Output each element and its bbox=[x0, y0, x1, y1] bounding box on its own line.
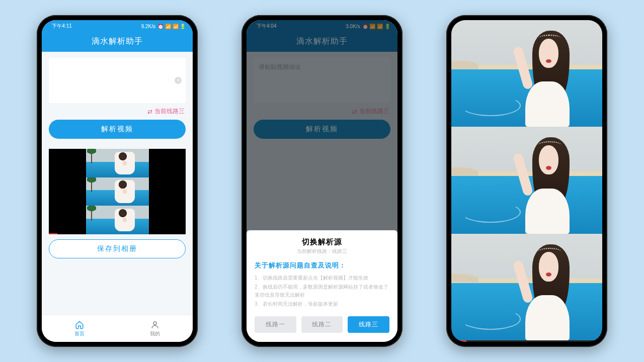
url-input[interactable]: × bbox=[49, 58, 186, 103]
video-thumbnails bbox=[86, 149, 149, 234]
phone-mock-1: 下午4:11 9.2K/s ⏰ 📶 📶 🔋 滴水解析助手 × ⇄ 当前线路三 解… bbox=[37, 15, 198, 347]
person bbox=[509, 242, 578, 340]
user-icon bbox=[150, 320, 160, 329]
screen: 下午4:04 3.0K/s ⏰ 📶 📶 🔋 滴水解析助手 请粘贴视频地址 ⇄ 当… bbox=[247, 20, 397, 342]
fullscreen-video[interactable] bbox=[451, 20, 602, 342]
video-frame-2 bbox=[451, 127, 602, 233]
status-icons: 9.2K/s ⏰ 📶 📶 🔋 bbox=[141, 24, 186, 29]
sheet-note-3: 3、若长时间无法解析，等新版本更新 bbox=[255, 300, 389, 308]
nav-mine-label: 我的 bbox=[150, 330, 160, 337]
sheet-title: 切换解析源 bbox=[255, 237, 389, 247]
video-frame-1 bbox=[451, 20, 602, 127]
route-sheet: 切换解析源 当前解析线路：线路三 关于解析源问题自查及说明： 1、切换线路后需要… bbox=[247, 230, 397, 342]
status-bar: 下午4:11 9.2K/s ⏰ 📶 📶 🔋 bbox=[42, 20, 193, 32]
person bbox=[509, 135, 578, 233]
video-frame-3 bbox=[451, 234, 602, 340]
nav-home-label: 首页 bbox=[74, 330, 85, 337]
person bbox=[509, 29, 578, 127]
sheet-heading: 关于解析源问题自查及说明： bbox=[255, 261, 389, 270]
thumb bbox=[86, 177, 149, 206]
status-time: 下午4:11 bbox=[52, 23, 71, 30]
phone-mock-3 bbox=[446, 15, 607, 347]
main-content: × ⇄ 当前线路三 解析视频 保存到相册 bbox=[42, 52, 193, 315]
video-progress[interactable] bbox=[49, 233, 57, 234]
svg-point-0 bbox=[153, 322, 156, 325]
nav-mine[interactable]: 我的 bbox=[117, 315, 193, 342]
parse-button[interactable]: 解析视频 bbox=[49, 120, 186, 139]
video-preview[interactable] bbox=[49, 149, 186, 234]
route-3-button[interactable]: 线路三 bbox=[348, 316, 389, 333]
sheet-note-1: 1、切换线路后需要重新点击【解析视频】才能生效 bbox=[255, 274, 389, 282]
sheet-note-2: 2、换线后仍不能用，多数原因是解析源网站挂了或者修改了某些信息导致无法解析 bbox=[255, 283, 389, 299]
clear-icon[interactable]: × bbox=[175, 77, 182, 84]
save-button[interactable]: 保存到相册 bbox=[49, 239, 186, 258]
route-2-button[interactable]: 线路二 bbox=[301, 316, 343, 333]
route-switch[interactable]: ⇄ 当前线路三 bbox=[49, 103, 186, 120]
route-buttons: 线路一 线路二 线路三 bbox=[255, 316, 389, 333]
sheet-subtitle: 当前解析线路：线路三 bbox=[255, 248, 389, 255]
home-icon bbox=[74, 320, 85, 329]
route-1-button[interactable]: 线路一 bbox=[255, 316, 296, 333]
app-header: 滴水解析助手 bbox=[42, 32, 193, 52]
screen bbox=[451, 20, 602, 342]
thumb bbox=[86, 149, 149, 177]
screen: 下午4:11 9.2K/s ⏰ 📶 📶 🔋 滴水解析助手 × ⇄ 当前线路三 解… bbox=[42, 20, 193, 342]
swap-icon: ⇄ bbox=[147, 108, 152, 115]
nav-home[interactable]: 首页 bbox=[42, 315, 117, 342]
thumb bbox=[86, 206, 149, 234]
phone-mock-2: 下午4:04 3.0K/s ⏰ 📶 📶 🔋 滴水解析助手 请粘贴视频地址 ⇄ 当… bbox=[242, 15, 403, 347]
video-progress[interactable] bbox=[451, 340, 602, 342]
bottom-nav: 首页 我的 bbox=[42, 315, 193, 342]
route-label: 当前线路三 bbox=[154, 107, 185, 116]
